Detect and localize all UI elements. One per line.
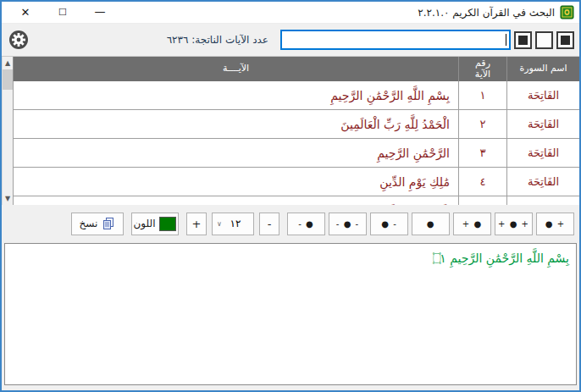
filter-toggle-1[interactable]: [556, 31, 574, 49]
minimize-icon: —: [95, 6, 106, 17]
copy-button[interactable]: نسخ: [71, 213, 124, 235]
aya-text-cell: بِسْمِ اللَّهِ الرَّحْمَٰنِ الرَّحِيمِ: [13, 81, 458, 109]
format-toolbar: نسخ اللون + ∨ ١٢ - - ● - ● - ● - ● + ● +…: [2, 205, 579, 242]
window-title: البحث في القرآن الكريم ٢.٢.١.٠: [418, 7, 555, 19]
table-scrollbar[interactable]: ▲ ▼: [2, 57, 13, 205]
scroll-up-icon[interactable]: ▲: [3, 57, 13, 69]
table-header-row: اسم السورة رقم الآية الآيــــة: [13, 57, 579, 81]
text-caret: [506, 34, 506, 46]
results-label-text: عدد الآيات الناتجة:: [191, 34, 268, 46]
context-button-2[interactable]: - ● -: [329, 213, 367, 235]
copy-icon: [102, 217, 115, 230]
filter-toggle-1-state: [561, 36, 570, 45]
table-row[interactable]: الفَاتِحَة ٢ الْحَمْدُ لِلَّهِ رَبِّ الْ…: [13, 110, 579, 139]
filter-toggle-2[interactable]: [535, 31, 553, 49]
font-increase-button[interactable]: +: [186, 213, 207, 235]
aya-text-cell: مَٰلِكِ يَوْمِ الدِّينِ: [13, 168, 458, 196]
preview-verse-text: بِسْمِ اللَّهِ الرَّحْمَٰنِ الرَّحِيمِ ۝…: [12, 250, 569, 268]
table-row[interactable]: الفَاتِحَة ٣ الرَّحْمَٰنِ الرَّحِيمِ: [13, 139, 579, 168]
table-row[interactable]: الفَاتِحَة إِيَّاكَ نَعْبُدُ وَإِيَّاكَ …: [13, 196, 579, 205]
maximize-button[interactable]: ☐: [44, 2, 81, 24]
header-aya-text[interactable]: الآيــــة: [13, 57, 458, 81]
quran-book-icon: [560, 5, 574, 19]
titlebar: البحث في القرآن الكريم ٢.٢.١.٠ — ☐ ✕: [2, 2, 579, 24]
results-table-area: اسم السورة رقم الآية الآيــــة الفَاتِحَ…: [2, 56, 579, 205]
surah-name-cell: الفَاتِحَة: [506, 139, 579, 167]
aya-text-cell: إِيَّاكَ نَعْبُدُ وَإِيَّاكَ نَسْتَعِينُ: [13, 196, 458, 205]
aya-text-cell: الرَّحْمَٰنِ الرَّحِيمِ: [13, 139, 458, 167]
surah-name-cell: الفَاتِحَة: [506, 196, 579, 205]
font-size-value: ١٢: [222, 218, 249, 229]
results-count-label: عدد الآيات الناتجة: ٦٢٣٦: [167, 34, 268, 46]
results-count-value: ٦٢٣٦: [167, 34, 189, 46]
table-row[interactable]: الفَاتِحَة ٤ مَٰلِكِ يَوْمِ الدِّينِ: [13, 168, 579, 196]
font-decrease-button[interactable]: -: [259, 213, 279, 235]
close-button[interactable]: ✕: [7, 2, 44, 24]
minimize-button[interactable]: —: [81, 2, 119, 24]
filter-toggle-3-state: [518, 36, 528, 45]
scrollbar-track[interactable]: [3, 90, 13, 192]
search-toolbar: عدد الآيات الناتجة: ٦٢٣٦: [2, 24, 579, 56]
header-aya-number[interactable]: رقم الآية: [458, 57, 506, 81]
color-button-label: اللون: [134, 218, 156, 229]
context-button-3[interactable]: ● -: [370, 213, 408, 235]
context-button-5[interactable]: + ●: [453, 213, 491, 235]
verse-preview-pane[interactable]: بِسْمِ اللَّهِ الرَّحْمَٰنِ الرَّحِيمِ ۝…: [4, 243, 577, 385]
scrollbar-thumb[interactable]: [3, 69, 13, 90]
settings-gear-icon[interactable]: [8, 30, 29, 50]
close-icon: ✕: [21, 7, 30, 18]
context-button-6[interactable]: + ● +: [495, 213, 533, 235]
context-button-7[interactable]: ● +: [536, 213, 574, 235]
results-table: اسم السورة رقم الآية الآيــــة الفَاتِحَ…: [13, 57, 579, 205]
table-row[interactable]: الفَاتِحَة ١ بِسْمِ اللَّهِ الرَّحْمَٰنِ…: [13, 81, 579, 110]
copy-button-label: نسخ: [80, 218, 98, 229]
filter-toggle-3[interactable]: [514, 31, 532, 49]
search-input[interactable]: [282, 32, 509, 49]
surah-name-cell: الفَاتِحَة: [506, 110, 579, 138]
surah-name-cell: الفَاتِحَة: [506, 81, 579, 109]
aya-text-cell: الْحَمْدُ لِلَّهِ رَبِّ الْعَالَمِينَ: [13, 110, 458, 138]
aya-number-cell: ٣: [458, 139, 506, 167]
scroll-down-icon[interactable]: ▼: [3, 192, 13, 205]
aya-number-cell: ٤: [458, 168, 506, 196]
aya-number-cell: ١: [458, 81, 506, 109]
search-box: [280, 30, 511, 50]
maximize-icon: ☐: [58, 8, 67, 17]
filter-toggle-2-state: [540, 36, 549, 45]
context-button-1[interactable]: - ●: [287, 213, 325, 235]
font-size-select[interactable]: ∨ ١٢: [212, 213, 254, 235]
context-button-4[interactable]: ●: [412, 213, 450, 235]
surah-name-cell: الفَاتِحَة: [506, 168, 579, 196]
aya-number-cell: ٢: [458, 110, 506, 138]
aya-number-cell: [458, 196, 506, 205]
color-swatch: [159, 217, 176, 231]
app-window: البحث في القرآن الكريم ٢.٢.١.٠ — ☐ ✕ عدد…: [0, 0, 581, 392]
header-surah-name[interactable]: اسم السورة: [506, 57, 579, 81]
color-button[interactable]: اللون: [131, 213, 179, 235]
